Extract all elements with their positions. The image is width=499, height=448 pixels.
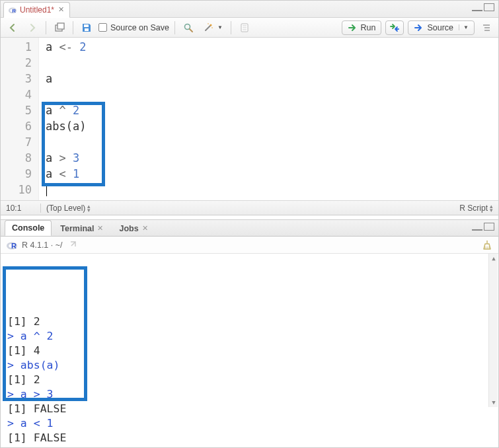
svg-rect-6 [85,28,89,31]
code-editor[interactable]: 12345678910 a <- 2 a a ^ 2abs(a) a > 3a … [1,38,498,200]
scroll-down-icon[interactable]: ▼ [489,398,498,407]
source-tabbar: R Untitled1* ✕ [1,1,498,18]
notebook-icon [239,22,250,33]
code-line[interactable]: a [46,71,86,87]
svg-line-8 [190,29,192,32]
source-tab-title: Untitled1* [20,5,54,15]
svg-line-9 [206,25,211,30]
source-on-save-label: Source on Save [110,23,169,32]
minimize-icon[interactable] [472,6,482,11]
console-line: [1] FALSE [7,402,493,416]
source-btn-label: Source [427,23,453,32]
close-icon[interactable]: ✕ [57,5,65,14]
code-line[interactable]: a < 1 [46,166,86,182]
close-icon[interactable]: ✕ [97,224,103,233]
nav-forward-button[interactable] [24,21,40,34]
save-button[interactable] [79,21,95,34]
source-button[interactable]: Source ▼ [408,20,475,35]
console-pane: Console Terminal ✕ Jobs ✕ R R 4.1.1 · ~/… [1,215,498,407]
svg-rect-4 [58,23,64,29]
code-line[interactable]: a > 3 [46,150,86,166]
pane-window-controls [472,223,494,231]
line-number: 3 [1,71,32,87]
line-number: 6 [1,118,32,134]
search-icon [183,22,194,33]
tab-terminal[interactable]: Terminal ✕ [53,220,110,236]
console-line: > a > 3 [7,387,493,402]
rerun-icon [389,22,400,33]
chevron-down-icon: ▼ [217,24,223,30]
line-number-gutter: 12345678910 [1,38,39,200]
console-line: [1] 2 [7,373,493,387]
maximize-icon[interactable] [484,3,494,11]
sort-icon: ▴▾ [490,204,493,212]
code-line[interactable]: a <- 2 [46,39,86,55]
line-number: 1 [1,39,32,55]
compile-report-button[interactable] [237,21,252,34]
code-line[interactable] [46,87,86,102]
tab-console[interactable]: Console [5,220,52,236]
console-tabbar: Console Terminal ✕ Jobs ✕ [1,219,498,237]
run-label: Run [361,23,376,32]
console-line: [1] 2 [7,315,493,329]
scope-selector[interactable]: (Top Level) ▴▾ [40,204,91,213]
console-header-text: R 4.1.1 · ~/ [22,241,63,250]
outline-icon [481,22,492,33]
console-line: > [7,445,493,448]
pane-window-controls [472,3,494,11]
arrow-right-icon [27,22,38,33]
line-number: 7 [1,134,32,150]
outline-button[interactable] [479,21,494,34]
line-number: 10 [1,182,32,198]
source-tab-untitled[interactable]: R Untitled1* ✕ [3,2,70,18]
svg-point-10 [210,24,211,26]
code-line[interactable]: a ^ 2 [46,102,86,118]
code-line[interactable] [46,182,86,198]
console-output[interactable]: ▲ ▼ [1] 2> a ^ 2[1] 4> abs(a)[1] 2> a > … [1,254,498,407]
source-toolbar: Source on Save ▼ Run [1,18,498,38]
file-type-label: R Script [459,204,488,213]
minimize-icon[interactable] [472,225,482,231]
close-icon[interactable]: ✕ [142,224,148,233]
code-tools-button[interactable]: ▼ [200,21,225,34]
tab-jobs-label: Jobs [119,224,138,233]
scroll-up-icon[interactable]: ▲ [489,254,498,263]
tab-terminal-label: Terminal [60,224,94,233]
line-number: 8 [1,150,32,166]
code-area[interactable]: a <- 2 a a ^ 2abs(a) a > 3a < 1 [39,38,86,200]
maximize-icon[interactable] [484,223,494,231]
file-type-selector[interactable]: R Script ▴▾ [459,204,493,213]
checkbox-icon[interactable] [98,23,107,32]
svg-text:R: R [11,242,17,250]
svg-point-11 [208,23,209,24]
magic-wand-icon [203,22,213,33]
console-line: > abs(a) [7,358,493,373]
cursor-position: 10:1 [6,204,40,213]
clear-console-button[interactable] [481,239,493,251]
run-button[interactable]: Run [342,20,382,35]
svg-point-12 [211,27,213,28]
line-number: 4 [1,87,32,102]
rerun-button[interactable] [385,20,404,35]
source-statusbar: 10:1 (Top Level) ▴▾ R Script ▴▾ [1,200,498,215]
code-line[interactable] [46,55,86,71]
source-arrow-icon [414,22,424,33]
nav-back-button[interactable] [5,21,20,34]
sort-icon: ▴▾ [87,204,91,212]
code-line[interactable] [46,134,86,150]
source-on-save-toggle[interactable]: Source on Save [98,23,169,32]
save-icon [81,22,92,33]
console-line: > a ^ 2 [7,329,493,344]
code-line[interactable]: abs(a) [46,118,86,134]
console-line: [1] FALSE [7,431,493,445]
find-replace-button[interactable] [180,21,196,34]
arrow-left-icon [7,22,18,33]
run-arrow-icon [348,22,358,33]
show-in-new-window-button[interactable] [52,21,67,34]
tab-jobs[interactable]: Jobs ✕ [112,220,155,236]
scrollbar[interactable]: ▲ ▼ [488,254,498,407]
line-number: 2 [1,55,32,71]
svg-text:R: R [12,7,16,13]
popout-icon[interactable] [67,240,77,250]
svg-rect-5 [84,24,89,27]
